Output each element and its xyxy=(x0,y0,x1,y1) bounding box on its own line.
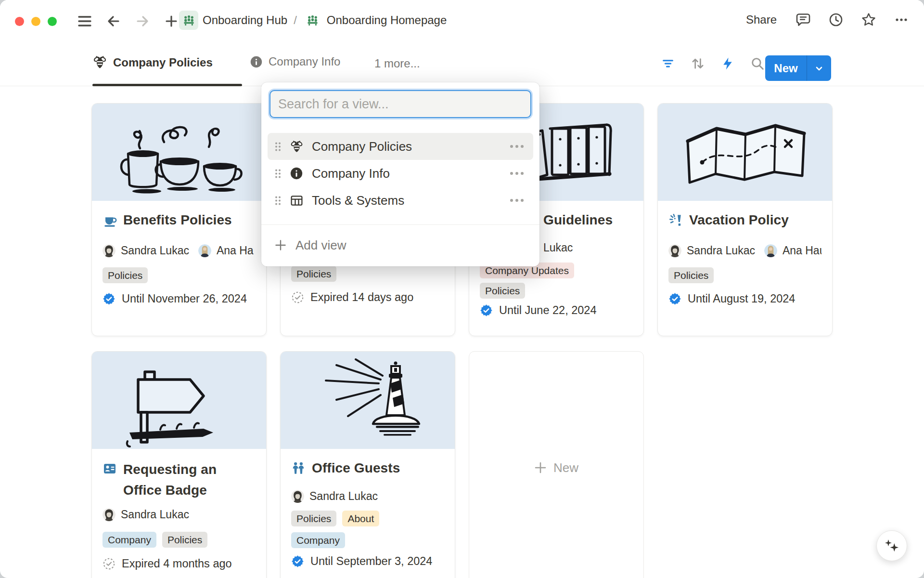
avatar-ana xyxy=(198,244,211,257)
person-chip: Sandra Lukac xyxy=(103,244,189,257)
new-entry-button[interactable]: New xyxy=(765,55,831,81)
tabs-more-link[interactable]: 1 more... xyxy=(374,57,420,70)
view-item-options-icon[interactable] xyxy=(509,195,525,206)
favorite-star-icon[interactable] xyxy=(860,11,878,29)
tag-policies: Policies xyxy=(480,283,525,299)
status-row: Until August 19, 2024 xyxy=(668,292,821,305)
tab-label: Company Info xyxy=(269,55,340,68)
view-item-company-policies[interactable]: Company Policies xyxy=(268,133,533,160)
card-vacation-policy[interactable]: Vacation Policy Sandra Lukac Ana Hau Pol… xyxy=(657,103,833,336)
tab-company-info[interactable]: Company Info xyxy=(250,55,340,68)
card-title: Office Guests xyxy=(291,459,444,480)
sort-icon[interactable] xyxy=(687,53,708,74)
info-icon xyxy=(250,55,263,68)
person-chip: Ana Ha xyxy=(198,244,254,257)
status-row: Expired 4 months ago xyxy=(103,557,256,570)
tab-company-policies[interactable]: Company Policies xyxy=(92,55,213,70)
status-row: Until June 22, 2024 xyxy=(480,304,633,317)
expired-check-icon xyxy=(291,291,304,304)
card-benefits-policies[interactable]: Benefits Policies Sandra Lukac Ana Ha Po… xyxy=(91,103,267,336)
tag-policies: Policies xyxy=(162,532,207,548)
filter-icon[interactable] xyxy=(657,53,679,74)
breadcrumb-separator: / xyxy=(292,13,299,27)
card-title: Benefits Policies xyxy=(103,211,256,232)
tag-policies: Policies xyxy=(668,267,714,283)
breadcrumb: Onboarding Hub / Onboarding Homepage xyxy=(179,11,447,30)
tag-company: Company xyxy=(103,532,156,548)
onboarding-homepage-icon xyxy=(303,11,322,30)
views-dropdown: Company Policies Company Info Tools & Sy… xyxy=(261,82,539,266)
window-titlebar: Onboarding Hub / Onboarding Homepage Sha… xyxy=(0,0,924,42)
person-chip: Lukac xyxy=(543,241,573,254)
bee-icon xyxy=(289,140,304,154)
tag-policies: Policies xyxy=(291,511,336,526)
breadcrumb-item-hub[interactable]: Onboarding Hub xyxy=(203,13,287,27)
card-cover-signpost-doodle xyxy=(92,352,266,449)
verified-badge-icon xyxy=(668,292,681,305)
status-row: Until September 3, 2024 xyxy=(291,555,444,568)
more-options-icon[interactable] xyxy=(892,11,911,29)
add-view-button[interactable]: Add view xyxy=(268,232,533,259)
drag-handle-icon[interactable] xyxy=(274,168,282,179)
avatar-ana xyxy=(764,244,777,257)
minimize-window-button[interactable] xyxy=(31,17,40,26)
avatar-sandra xyxy=(668,244,681,257)
automations-lightning-icon[interactable] xyxy=(717,53,738,74)
view-item-options-icon[interactable] xyxy=(509,141,525,152)
verified-badge-icon xyxy=(103,292,116,305)
card-office-guests[interactable]: Office Guests Sandra Lukac Policies Abou… xyxy=(280,351,455,578)
verified-badge-icon xyxy=(480,304,493,317)
card-cover-map-doodle xyxy=(658,104,832,201)
drag-handle-icon[interactable] xyxy=(274,141,282,152)
new-button-chevron[interactable] xyxy=(807,63,831,74)
view-item-company-info[interactable]: Company Info xyxy=(268,160,533,187)
history-clock-icon[interactable] xyxy=(827,11,845,29)
sparkles-icon xyxy=(882,536,901,555)
back-icon[interactable] xyxy=(104,12,123,31)
person-chip: Sandra Lukac xyxy=(668,244,755,257)
share-button[interactable]: Share xyxy=(743,11,780,28)
avatar-sandra xyxy=(103,508,116,521)
zoom-window-button[interactable] xyxy=(48,17,57,26)
avatar-sandra xyxy=(103,244,116,257)
traffic-lights xyxy=(15,17,57,26)
tag-about: About xyxy=(342,511,379,526)
tab-label: Company Policies xyxy=(113,56,213,69)
sidebar-menu-icon[interactable] xyxy=(76,12,94,31)
card-requesting-office-badge[interactable]: Requesting an Office Badge Sandra Lukac … xyxy=(91,351,267,578)
view-item-options-icon[interactable] xyxy=(509,168,525,179)
info-icon xyxy=(289,167,304,180)
avatar-sandra xyxy=(291,490,304,503)
expired-check-icon xyxy=(103,557,116,570)
table-icon xyxy=(289,194,304,208)
forward-icon[interactable] xyxy=(133,12,152,31)
view-item-tools-systems[interactable]: Tools & Systems xyxy=(268,187,533,214)
tag-company: Company xyxy=(291,532,345,548)
plus-icon xyxy=(274,239,287,251)
card-title: Requesting an Office Badge xyxy=(103,459,256,500)
add-new-card-button[interactable]: New xyxy=(469,351,644,578)
notion-window: Onboarding Hub / Onboarding Homepage Sha… xyxy=(0,0,924,578)
person-chip: Sandra Lukac xyxy=(291,490,378,503)
new-card-label: New xyxy=(553,460,578,475)
onboarding-hub-icon xyxy=(179,11,198,30)
two-people-icon xyxy=(291,461,306,480)
person-chip: Ana Hau xyxy=(764,244,821,257)
drag-handle-icon[interactable] xyxy=(274,195,282,206)
coffee-cup-icon xyxy=(103,213,117,232)
tag-policies: Policies xyxy=(103,267,148,283)
new-button-label: New xyxy=(765,62,807,75)
comments-icon[interactable] xyxy=(794,11,812,29)
bee-icon xyxy=(92,55,107,70)
verified-badge-icon xyxy=(291,555,304,568)
status-row: Expired 14 days ago xyxy=(291,291,444,304)
notion-ai-button[interactable] xyxy=(876,530,907,561)
breadcrumb-item-homepage[interactable]: Onboarding Homepage xyxy=(327,13,447,27)
view-search-input[interactable] xyxy=(270,90,531,118)
id-badge-icon xyxy=(103,461,117,500)
card-title: Vacation Policy xyxy=(668,211,821,232)
card-cover-lighthouse-doodle xyxy=(281,352,455,449)
active-tab-underline xyxy=(92,84,242,86)
close-window-button[interactable] xyxy=(15,17,24,26)
new-tab-icon[interactable] xyxy=(162,12,180,31)
